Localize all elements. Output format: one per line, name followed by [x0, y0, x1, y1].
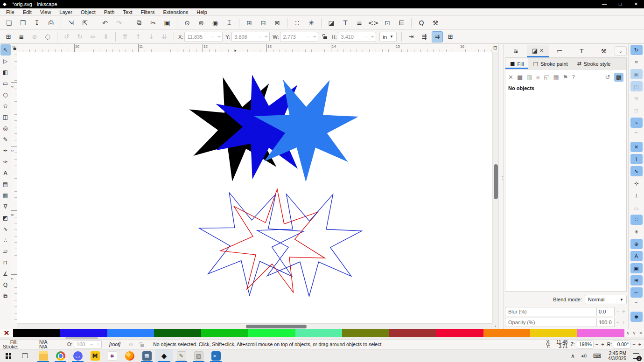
select-all-layers[interactable]: ≣	[16, 31, 27, 42]
opacity-slider[interactable]: Opacity (%)	[505, 318, 597, 327]
snap-bbox-edges[interactable]: ▣	[630, 69, 643, 79]
snap-page-border[interactable]: ▣	[630, 263, 643, 273]
menu-text[interactable]: Text	[119, 8, 136, 16]
start-button[interactable]	[0, 349, 17, 362]
snap-page-margin[interactable]: ⌒	[630, 299, 643, 310]
copy-button[interactable]: ⧉	[133, 17, 145, 28]
calligraphy-tool[interactable]: ✑	[0, 156, 11, 167]
clock[interactable]: 2:45 PM 4/3/2025	[608, 351, 626, 361]
paint-unknown[interactable]: ?	[572, 74, 575, 81]
palette-swatch-8[interactable]	[389, 329, 436, 337]
dropper-tool[interactable]: ∇	[0, 201, 11, 212]
layers-dialog-button[interactable]: ≡	[353, 17, 365, 28]
notification-center-button[interactable]: 1	[630, 349, 642, 362]
palette-scroll-down[interactable]: ∨	[631, 329, 637, 337]
x-field-plus-icon[interactable]: +	[216, 34, 222, 40]
rotation-plus-button[interactable]: +	[637, 341, 642, 347]
tab-fill[interactable]: ■Fill	[505, 58, 528, 69]
palette-swatch-3[interactable]	[154, 329, 201, 337]
document-properties-button[interactable]: ⊡	[381, 17, 393, 28]
fill-stroke-indicator[interactable]: Fill: N/A Stroke: N/A	[3, 340, 49, 349]
align-distribute-button[interactable]: ⋿	[395, 17, 407, 28]
objects-dialog-tab[interactable]: ≔	[549, 45, 571, 57]
zoom-plus-button[interactable]: +	[600, 341, 605, 347]
dialog-tabbar-chevron[interactable]: ⌄	[615, 46, 627, 56]
palette-menu-icon[interactable]: ≡	[637, 329, 644, 337]
find-replace-button[interactable]: Q	[415, 17, 427, 28]
snap-cusp-nodes[interactable]: ⌇	[630, 154, 643, 164]
zoom-drawing-button[interactable]: ⊚	[195, 17, 207, 28]
ruler-lock-corner[interactable]	[11, 44, 17, 52]
horizontal-scrollbar-thumb[interactable]	[246, 325, 307, 328]
x-field-minus-icon[interactable]: −	[209, 34, 216, 40]
fill-stroke-dialog-tab[interactable]: ◪✕	[527, 45, 549, 57]
zoom-1-1-button[interactable]: ⌶	[223, 17, 235, 28]
rotation-minus-button[interactable]: −	[631, 341, 636, 347]
menu-help[interactable]: Help	[192, 8, 211, 16]
box-3d-tool[interactable]: ◫	[0, 111, 11, 123]
unlink-clone-button[interactable]: ⊠	[271, 17, 283, 28]
pencil-tool[interactable]: ✎	[0, 134, 11, 145]
blur-value[interactable]: 0.0	[597, 307, 615, 316]
create-clone-button[interactable]: ⊟	[257, 17, 269, 28]
paint-swatch[interactable]: ⚑	[563, 74, 568, 81]
move-gradients-toggle[interactable]: ⇶	[419, 31, 430, 42]
pages-tool[interactable]: ⧉	[0, 291, 11, 302]
layer-lock-icon[interactable]	[140, 342, 144, 347]
palette-swatch-9[interactable]	[436, 329, 483, 337]
paint-flat-color[interactable]: ■	[517, 74, 523, 81]
preferences-button[interactable]: ⚒	[429, 17, 441, 28]
palette-swatch-5[interactable]	[248, 329, 295, 337]
tweak-tool[interactable]: ∿	[0, 223, 11, 235]
snap-tangential[interactable]: ⌓	[630, 202, 643, 213]
print-button[interactable]: ⎙	[45, 17, 57, 28]
palette-swatch-4[interactable]	[201, 329, 248, 337]
selection-box[interactable]: ◌	[42, 31, 53, 42]
close-dialog-icon[interactable]: ✕	[539, 48, 544, 54]
fill-rule-evenodd[interactable]: ▩	[614, 73, 623, 82]
layer-visibility-icon[interactable]: ⊙	[129, 341, 133, 348]
maximize-button[interactable]: □	[612, 0, 628, 8]
opacity-minus-button[interactable]: −	[615, 319, 621, 326]
text-dialog-button[interactable]: T	[339, 17, 351, 28]
opacity-plus-icon[interactable]: +	[95, 341, 101, 348]
canvas[interactable]	[17, 52, 492, 323]
duplicate-button[interactable]: ⊞	[243, 17, 255, 28]
menu-object[interactable]: Object	[77, 8, 100, 16]
vertical-ruler[interactable]: 4567	[11, 52, 17, 323]
zoom-spinbox[interactable]: 198%	[576, 341, 594, 348]
taskbar-calculator[interactable]: ▦	[138, 349, 155, 362]
h-field-spinbox[interactable]: −+	[338, 32, 376, 42]
y-field-minus-icon[interactable]: −	[256, 34, 263, 40]
zoom-minus-button[interactable]: −	[595, 341, 599, 347]
snap-rotation-center[interactable]: ⊕	[630, 239, 643, 249]
bezier-tool[interactable]: ✒	[0, 145, 11, 156]
snap-perpendicular[interactable]: ⊥	[630, 190, 643, 201]
taskbar-powershell[interactable]: >_	[207, 349, 224, 362]
y-field-spinbox[interactable]: −+	[231, 32, 270, 42]
volume-icon[interactable]: ◂⟩⟩	[581, 353, 587, 358]
h-field-minus-icon[interactable]: −	[363, 34, 369, 40]
y-field-plus-icon[interactable]: +	[263, 34, 269, 40]
tab-stroke-style[interactable]: ⇄Stroke style	[573, 58, 616, 69]
vertical-scrollbar-thumb[interactable]	[494, 164, 498, 199]
tools-dialog-tab[interactable]: ⚒	[593, 45, 615, 57]
taskbar-firefox[interactable]	[121, 349, 138, 362]
fill-stroke-dialog-button[interactable]: ◪	[325, 17, 337, 28]
units-select[interactable]: in▼	[379, 32, 396, 42]
save-document-button[interactable]: ↧	[31, 17, 43, 28]
palette-scrollbar-thumb[interactable]	[65, 337, 98, 339]
palette-scroll-up[interactable]: ∧	[624, 329, 631, 337]
close-button[interactable]: ✕	[628, 0, 644, 8]
star-outline-blue-right[interactable]	[257, 194, 362, 296]
tray-chevron-icon[interactable]: ∧	[571, 353, 575, 359]
ungroup-button[interactable]: ✳	[305, 17, 317, 28]
connector-tool[interactable]: ⊓	[0, 257, 11, 268]
task-view-button[interactable]	[17, 349, 33, 362]
tab-stroke-paint[interactable]: □Stroke paint	[528, 58, 572, 69]
export-button[interactable]: ⇱	[79, 17, 91, 28]
star-outline-red[interactable]	[220, 189, 325, 292]
vertical-scrollbar[interactable]	[492, 52, 498, 323]
open-document-button[interactable]: ❐	[17, 17, 29, 28]
node-tool[interactable]: ▷	[0, 56, 11, 67]
